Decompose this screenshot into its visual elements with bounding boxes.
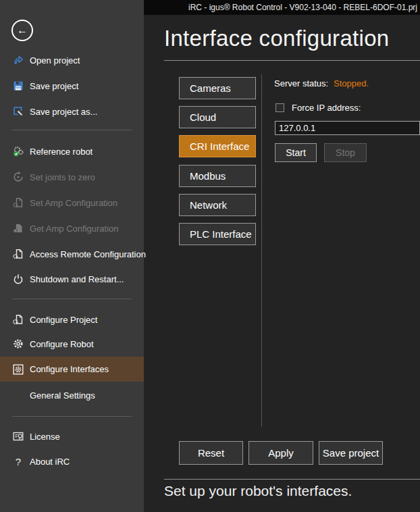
- sidebar-item-label: Save project: [30, 81, 78, 91]
- stop-button[interactable]: Stop: [324, 143, 367, 162]
- configure-interfaces-icon: [12, 363, 24, 376]
- sidebar-item-about-irc[interactable]: ? About iRC: [0, 453, 144, 469]
- sidebar-item-label: Set Amp Configuration: [30, 198, 117, 208]
- interface-button-cameras[interactable]: Cameras: [179, 77, 256, 99]
- back-arrow-icon: ←: [17, 25, 28, 36]
- sidebar-item-label: Open project: [30, 55, 80, 66]
- open-project-icon: [12, 54, 24, 66]
- sidebar: ← Open project Save project Save project…: [0, 0, 144, 512]
- title-bar[interactable]: iRC - igus® Robot Control - V902-13-040 …: [144, 0, 420, 15]
- sidebar-item-label: Configure Project: [30, 315, 97, 325]
- sidebar-item-configure-project[interactable]: Configure Project: [0, 311, 144, 328]
- sidebar-item-set-joints-to-zero[interactable]: Set joints to zero: [0, 169, 144, 185]
- start-button[interactable]: Start: [275, 143, 317, 162]
- app-window: iRC - igus® Robot Control - V902-13-040 …: [0, 0, 420, 512]
- sidebar-item-save-project-as[interactable]: Save project as...: [0, 103, 144, 120]
- save-project-as-icon: [12, 105, 24, 118]
- interface-button-modbus[interactable]: Modbus: [179, 165, 256, 187]
- sidebar-item-label: Set joints to zero: [30, 172, 95, 182]
- footer-text: Set up your robot's interfaces.: [164, 483, 352, 499]
- sidebar-divider: [12, 299, 132, 299]
- sidebar-item-label: Access Remote Configuration: [30, 249, 146, 259]
- page-title: Interface configuration: [164, 26, 389, 51]
- save-project-icon: [12, 80, 24, 92]
- shutdown-icon: [12, 273, 24, 285]
- back-button[interactable]: ←: [11, 20, 33, 41]
- footer-divider: [164, 479, 420, 480]
- about-question-icon: ?: [12, 455, 24, 467]
- sidebar-item-license[interactable]: License: [0, 428, 144, 444]
- sidebar-item-configure-interfaces[interactable]: Configure Interfaces: [0, 357, 144, 382]
- sidebar-item-set-amp-configuration[interactable]: Set Amp Configuration: [0, 195, 144, 211]
- sidebar-item-save-project[interactable]: Save project: [0, 78, 144, 94]
- sidebar-item-label: Reference robot: [30, 147, 93, 157]
- sidebar-item-label: General Settings: [30, 390, 95, 401]
- force-ip-label: Force IP address:: [292, 103, 361, 113]
- save-project-button[interactable]: Save project: [319, 441, 383, 465]
- sidebar-item-configure-robot[interactable]: Configure Robot: [0, 336, 144, 352]
- heading-divider: [164, 60, 420, 61]
- sidebar-item-open-project[interactable]: Open project: [0, 52, 144, 68]
- license-icon: [12, 430, 24, 442]
- interface-button-network[interactable]: Network: [179, 194, 256, 216]
- sidebar-item-get-amp-configuration[interactable]: Get Amp Configuration: [0, 220, 144, 236]
- server-status-value: Stopped.: [334, 78, 369, 88]
- sidebar-item-label: About iRC: [30, 457, 70, 467]
- sidebar-divider: [12, 416, 132, 417]
- sidebar-item-label: License: [30, 432, 60, 442]
- sidebar-item-label: Configure Robot: [30, 339, 94, 349]
- configure-project-icon: [12, 313, 24, 326]
- configure-robot-icon: [12, 338, 24, 350]
- set-amp-icon: [12, 197, 24, 209]
- interface-button-cri-interface[interactable]: CRI Interface: [179, 135, 256, 157]
- interface-button-plc-interface[interactable]: PLC Interface: [179, 223, 256, 245]
- reset-button[interactable]: Reset: [179, 441, 243, 465]
- force-ip-checkbox[interactable]: [275, 103, 284, 112]
- window-title: iRC - igus® Robot Control - V902-13-040 …: [188, 3, 417, 12]
- sidebar-item-shutdown-and-restart[interactable]: Shutdown and Restart...: [0, 271, 144, 287]
- remote-config-icon: [12, 248, 24, 260]
- get-amp-icon: [12, 222, 24, 234]
- sidebar-item-label: Shutdown and Restart...: [30, 274, 124, 284]
- sidebar-item-label: Configure Interfaces: [30, 364, 109, 374]
- apply-button[interactable]: Apply: [248, 441, 313, 465]
- reference-robot-icon: [12, 145, 24, 157]
- sidebar-item-label: Save project as...: [30, 107, 97, 117]
- server-status-label: Server status:: [274, 78, 328, 88]
- interface-button-cloud[interactable]: Cloud: [179, 106, 256, 128]
- sidebar-item-label: Get Amp Configuration: [30, 224, 119, 234]
- sidebar-item-general-settings[interactable]: General Settings: [0, 387, 144, 403]
- sidebar-item-reference-robot[interactable]: Reference robot: [0, 143, 144, 159]
- vertical-divider: [261, 74, 262, 427]
- sidebar-item-access-remote-configuration[interactable]: Access Remote Configuration: [0, 246, 144, 262]
- ip-address-input[interactable]: [275, 121, 420, 135]
- set-joints-icon: [12, 171, 24, 183]
- sidebar-divider: [12, 130, 132, 130]
